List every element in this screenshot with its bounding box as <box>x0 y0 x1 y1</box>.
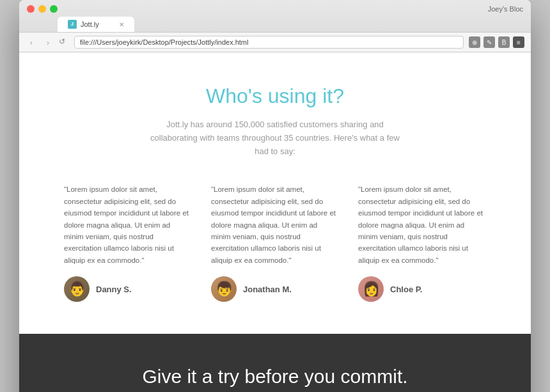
menu-icon[interactable]: ≡ <box>513 36 524 48</box>
browser-tab[interactable]: J Jott.ly ✕ <box>58 17 134 32</box>
back-button[interactable]: ‹ <box>26 36 37 48</box>
tab-favicon: J <box>68 20 77 29</box>
fullscreen-dot[interactable] <box>50 5 58 13</box>
page-content: Who's using it? Jott.ly has around 150,0… <box>19 52 531 392</box>
testimonial-author-2: Jonathan M. <box>211 276 339 302</box>
avatar-chloe <box>358 276 384 302</box>
toolbar-icons: ⊕ ✎ B ≡ <box>469 36 524 48</box>
avatar-jonathan <box>211 276 237 302</box>
testimonials-heading: Who's using it? <box>58 84 492 108</box>
avatar-chloe-face <box>363 281 380 297</box>
testimonials-grid: "Lorem ipsum dolor sit amet, consectetur… <box>58 184 492 302</box>
address-bar[interactable]: file:///Users/joeykirk/Desktop/Projects/… <box>74 36 464 49</box>
address-text: file:///Users/joeykirk/Desktop/Projects/… <box>80 38 248 46</box>
testimonial-item-1: "Lorem ipsum dolor sit amet, consectetur… <box>64 184 192 302</box>
testimonial-text-2: "Lorem ipsum dolor sit amet, consectetur… <box>211 184 339 266</box>
testimonials-section: Who's using it? Jott.ly has around 150,0… <box>19 52 531 334</box>
avatar-danny-face <box>68 281 86 297</box>
extension-icon-3[interactable]: B <box>498 36 510 48</box>
forward-button[interactable]: › <box>42 36 54 48</box>
browser-chrome: Joey's Bloc J Jott.ly ✕ ‹ › ↺ file:///Us… <box>19 0 531 52</box>
testimonial-author-3: Chloe P. <box>358 276 486 302</box>
author-name-3: Chloe P. <box>390 285 422 294</box>
browser-titlebar: Joey's Bloc <box>19 0 531 17</box>
testimonial-text-3: "Lorem ipsum dolor sit amet, consectetur… <box>358 184 486 266</box>
testimonial-text-1: "Lorem ipsum dolor sit amet, consectetur… <box>64 184 192 266</box>
browser-window: Joey's Bloc J Jott.ly ✕ ‹ › ↺ file:///Us… <box>19 0 531 392</box>
refresh-button[interactable]: ↺ <box>59 37 69 47</box>
extension-icon-1[interactable]: ⊕ <box>469 36 480 48</box>
tab-close-icon[interactable]: ✕ <box>119 21 124 28</box>
testimonials-subtext: Jott.ly has around 150,000 satisfied cus… <box>147 118 403 158</box>
cta-section: Give it a try before you commit. You can… <box>19 334 531 392</box>
browser-dots <box>27 5 58 13</box>
avatar-jonathan-face <box>216 281 233 297</box>
user-label: Joey's Bloc <box>488 5 523 13</box>
author-name-1: Danny S. <box>96 285 132 294</box>
extension-icon-2[interactable]: ✎ <box>483 36 495 48</box>
testimonial-item-2: "Lorem ipsum dolor sit amet, consectetur… <box>211 184 339 302</box>
tab-label: Jott.ly <box>81 20 99 28</box>
cta-heading: Give it a try before you commit. <box>58 366 492 388</box>
browser-toolbar: ‹ › ↺ file:///Users/joeykirk/Desktop/Pro… <box>19 32 531 52</box>
minimize-dot[interactable] <box>38 5 46 13</box>
author-name-2: Jonathan M. <box>243 285 292 294</box>
close-dot[interactable] <box>27 5 35 13</box>
testimonial-item-3: "Lorem ipsum dolor sit amet, consectetur… <box>358 184 486 302</box>
browser-tab-bar: J Jott.ly ✕ <box>19 17 531 32</box>
testimonial-author-1: Danny S. <box>64 276 192 302</box>
avatar-danny <box>64 276 90 302</box>
